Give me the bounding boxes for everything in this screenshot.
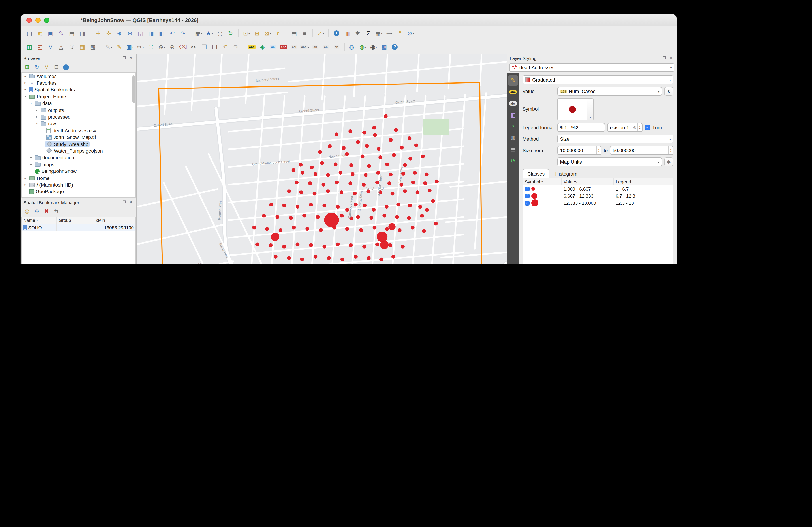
new-mesh-layer[interactable]: ◬ xyxy=(56,42,66,52)
classes-table-header[interactable]: Symbol▾ Values Legend xyxy=(523,178,673,185)
undo[interactable]: ↶ xyxy=(220,42,230,52)
refresh-map[interactable]: ↻ xyxy=(226,28,236,39)
browser-item-deathaddresses-csv[interactable]: deathAddresses.csv xyxy=(21,127,135,134)
clear-icon[interactable]: ⊗ xyxy=(633,125,636,130)
statistical-summary[interactable]: ▥ xyxy=(342,28,352,39)
add-point-feature[interactable]: ∷ xyxy=(146,42,156,52)
view-3d[interactable]: ◧ xyxy=(508,110,518,120)
field-calculator[interactable]: ≡ xyxy=(300,28,310,39)
metasearch[interactable]: ◍▾ xyxy=(347,42,358,52)
browser-item-raw[interactable]: ▾raw xyxy=(21,120,135,127)
browser-item-spatial-bookmarks[interactable]: ▸Spatial Bookmarks xyxy=(21,87,135,93)
browser-item-study-area-shp[interactable]: Study_Area.shp xyxy=(21,141,135,148)
browser-item-geopackage[interactable]: GeoPackage xyxy=(21,188,135,195)
zoom-to-selection[interactable]: ◨ xyxy=(146,28,156,39)
project-save[interactable]: ▣ xyxy=(45,28,56,39)
multiedit-attributes[interactable]: ⊜ xyxy=(167,42,177,52)
qgis-resources[interactable]: ◍▾ xyxy=(358,42,368,52)
browser-item-project-home[interactable]: ▾Project Home xyxy=(21,93,135,100)
trim-checkbox[interactable] xyxy=(645,125,650,130)
new-gpx-layer[interactable]: ≋ xyxy=(67,42,77,52)
class-row-1[interactable]: 1.000 - 6.6671 - 6.7 xyxy=(523,185,673,192)
size-to-spinbox[interactable]: 50.000000 ▲▼ xyxy=(610,146,673,155)
tab-histogram[interactable]: Histogram xyxy=(550,169,582,178)
browser-item-maps[interactable]: ▸maps xyxy=(21,161,135,168)
class-row-2[interactable]: 6.667 - 12.3336.7 - 12.3 xyxy=(523,192,673,199)
save-layer-edits[interactable]: ▣▾ xyxy=(125,42,135,52)
zoom-full[interactable]: ◱ xyxy=(135,28,146,39)
class-checkbox[interactable] xyxy=(525,186,530,191)
filter-browser[interactable]: ∇ xyxy=(42,63,51,71)
legend-format-input[interactable]: %1 - %2 xyxy=(557,123,605,132)
new-shapefile-layer[interactable]: ◰ xyxy=(35,42,45,52)
size-from-spinbox[interactable]: 10.000000 ▲▼ xyxy=(557,146,601,155)
browser-item-processed[interactable]: ▸processed xyxy=(21,114,135,120)
browser-item-favorites[interactable]: ▸☆Favorites xyxy=(21,80,135,87)
project-new[interactable]: ▢ xyxy=(24,28,34,39)
collapse-all[interactable]: ⊟ xyxy=(52,63,60,71)
elevation[interactable]: ◍ xyxy=(508,133,518,143)
tab-classes[interactable]: Classes xyxy=(522,169,549,178)
class-checkbox[interactable] xyxy=(525,193,530,198)
zoom-out[interactable]: ⊖ xyxy=(125,28,135,39)
select-features-by-value[interactable]: ⊞ xyxy=(252,28,262,39)
new-map-view[interactable]: ▦▾ xyxy=(194,28,204,39)
unit-settings-button[interactable]: ✱ xyxy=(664,157,673,166)
attributes-form[interactable]: ▤ xyxy=(508,144,518,154)
close-panel-icon[interactable]: ✕ xyxy=(128,55,134,61)
masks[interactable]: abc xyxy=(508,99,518,108)
toggle-editing[interactable]: ✎ xyxy=(114,42,125,52)
paste-features[interactable]: ❏ xyxy=(209,42,220,52)
method-select[interactable]: Size ▾ xyxy=(557,135,673,143)
refresh-browser[interactable]: ↻ xyxy=(33,63,41,71)
rotate-label[interactable]: ab xyxy=(321,42,331,52)
open-attribute-table[interactable]: ▤ xyxy=(289,28,299,39)
delete-selected[interactable]: ⌫ xyxy=(178,42,188,52)
map-tips[interactable]: ❝ xyxy=(395,28,405,39)
class-checkbox[interactable] xyxy=(525,200,530,205)
select-features[interactable]: ⊡▾ xyxy=(242,28,251,39)
symbol-preview[interactable] xyxy=(557,99,588,120)
precision-spinbox[interactable]: ecision 1 ⊗ ▲▼ xyxy=(607,123,642,132)
spatial-bookmarks[interactable]: ★▾ xyxy=(204,28,215,39)
browser-properties[interactable]: i xyxy=(62,63,70,71)
osm-place-search[interactable]: ⊘▾ xyxy=(406,28,416,39)
help[interactable]: ? xyxy=(390,42,400,52)
options[interactable]: ✱ xyxy=(352,28,363,39)
renderer-select[interactable]: Graduated ▾ xyxy=(522,75,673,84)
digitize-with-curve[interactable]: ✏▾ xyxy=(135,42,146,52)
select-by-expression[interactable]: ε xyxy=(273,28,283,39)
size-unit-select[interactable]: Map Units ▾ xyxy=(557,157,662,166)
move-label[interactable]: ab xyxy=(310,42,320,52)
expression-builder-button[interactable]: ε xyxy=(664,87,673,96)
browser-item-data[interactable]: ▾data xyxy=(21,100,135,107)
minimize-window-button[interactable] xyxy=(35,17,41,23)
labels[interactable]: abc xyxy=(508,87,518,97)
vertex-tool[interactable]: ⊛▾ xyxy=(157,42,167,52)
add-selected-layers[interactable]: ⊞ xyxy=(23,63,31,71)
new-annotation-layer[interactable]: ▧ xyxy=(88,42,98,52)
deselect-features[interactable]: ⊠▾ xyxy=(263,28,273,39)
browser-item-john-snow-map-tif[interactable]: John_Snow_Map.tif xyxy=(21,134,135,141)
new-geopackage-layer[interactable]: ◫ xyxy=(24,42,34,52)
project-open[interactable]: ▨ xyxy=(35,28,45,39)
pan-map[interactable]: ✛ xyxy=(93,28,103,39)
add-bookmark[interactable]: ⊕ xyxy=(33,207,41,215)
bookmark-row[interactable]: SOHO -16086.293100 xyxy=(21,224,135,231)
browser-item-beingjohnsnow[interactable]: BeingJohnSnow xyxy=(21,168,135,175)
history[interactable]: ↺ xyxy=(508,156,518,166)
zoom-last[interactable]: ↶ xyxy=(167,28,177,39)
cut-features[interactable]: ✂ xyxy=(188,42,199,52)
map-canvas[interactable]: Margaret StreetOxford StreetOxford Stree… xyxy=(137,54,507,264)
pin-unpin-labels[interactable]: abc▾ xyxy=(300,42,310,52)
bookmark-table-header[interactable]: Name▴ Group xMin xyxy=(21,217,135,224)
identify-features[interactable]: i xyxy=(331,28,342,39)
show-hidden-labels[interactable]: cal xyxy=(289,42,299,52)
browser-scrollbar[interactable] xyxy=(132,74,135,196)
fullscreen-window-button[interactable] xyxy=(44,17,49,23)
redo[interactable]: ↷ xyxy=(231,42,241,52)
float-panel-icon[interactable]: ❐ xyxy=(121,199,127,205)
close-panel-icon[interactable]: ✕ xyxy=(668,55,674,61)
value-field-select[interactable]: 123 Num_Cases ▾ xyxy=(557,87,662,96)
show-layout-manager[interactable]: ▥ xyxy=(77,28,87,39)
